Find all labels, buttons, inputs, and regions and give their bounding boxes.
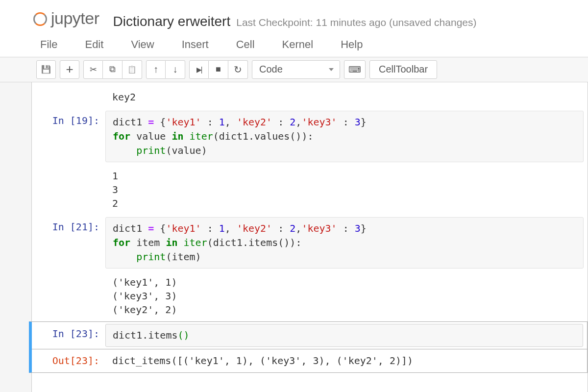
- header: jupyter Dictionary erweitert Last Checkp…: [0, 0, 588, 33]
- insert-cell-button[interactable]: [60, 60, 79, 79]
- notebook-checkpoint: Last Checkpoint: 11 minutes ago (unsaved…: [236, 17, 476, 28]
- prompt-empty: [32, 272, 105, 319]
- code-input-23[interactable]: dict1.items(): [105, 324, 583, 347]
- cell-19-output: 1 3 2: [32, 164, 588, 215]
- save-button[interactable]: [36, 60, 56, 79]
- output-23: dict_items([('key1', 1), ('key3', 3), ('…: [105, 351, 583, 370]
- stop-icon: [216, 64, 221, 74]
- in-prompt-23: In [23]:: [32, 324, 105, 347]
- celltype-select[interactable]: Code: [252, 60, 340, 79]
- arrow-down-icon: [173, 64, 178, 75]
- menu-edit[interactable]: Edit: [81, 33, 107, 57]
- out-prompt-23: Out[23]:: [32, 351, 105, 370]
- cell-23[interactable]: In [23]: dict1.items(): [29, 321, 588, 349]
- jupyter-logo[interactable]: jupyter: [33, 9, 99, 28]
- cell-21-output: ('key1', 1) ('key3', 3) ('key2', 2): [32, 270, 588, 321]
- toolbar: Code CellToolbar: [0, 57, 588, 82]
- cell-prev-output: key2: [32, 85, 588, 109]
- prompt-empty: [32, 87, 105, 107]
- jupyter-logo-icon: [33, 12, 47, 26]
- chevron-down-icon: [329, 68, 334, 71]
- interrupt-button[interactable]: [209, 60, 228, 79]
- run-icon: [196, 64, 202, 74]
- prompt-empty: [32, 166, 105, 213]
- restart-icon: [234, 64, 242, 75]
- cell-21[interactable]: In [21]: dict1 = {'key1' : 1, 'key2' : 2…: [32, 215, 588, 270]
- output-21: ('key1', 1) ('key3', 3) ('key2', 2): [105, 272, 584, 319]
- code-input-19[interactable]: dict1 = {'key1' : 1, 'key2' : 2,'key3' :…: [105, 111, 584, 162]
- celltoolbar-button[interactable]: CellToolbar: [369, 60, 437, 79]
- move-up-button[interactable]: [146, 60, 166, 79]
- jupyter-logo-text: jupyter: [51, 9, 99, 28]
- cut-button[interactable]: [83, 60, 103, 79]
- command-palette-button[interactable]: [344, 60, 366, 79]
- arrow-up-icon: [153, 64, 158, 75]
- code-input-21[interactable]: dict1 = {'key1' : 1, 'key2' : 2,'key3' :…: [105, 217, 584, 269]
- restart-button[interactable]: [228, 60, 248, 79]
- menu-kernel[interactable]: Kernel: [278, 33, 318, 57]
- run-button[interactable]: [189, 60, 209, 79]
- celltype-select-value: Code: [259, 64, 283, 75]
- cell-23-output-row: Out[23]: dict_items([('key1', 1), ('key3…: [29, 349, 588, 373]
- plus-icon: [66, 62, 73, 77]
- save-icon: [41, 64, 51, 74]
- menu-view[interactable]: View: [127, 33, 158, 57]
- keyboard-icon: [348, 64, 361, 75]
- notebook-container[interactable]: key2 In [19]: dict1 = {'key1' : 1, 'key2…: [0, 82, 588, 392]
- paste-icon: [127, 64, 137, 74]
- menubar: File Edit View Insert Cell Kernel Help: [0, 33, 588, 57]
- menu-insert[interactable]: Insert: [178, 33, 213, 57]
- menu-file[interactable]: File: [36, 33, 61, 57]
- paste-button[interactable]: [122, 60, 142, 79]
- cell-19[interactable]: In [19]: dict1 = {'key1' : 1, 'key2' : 2…: [32, 109, 588, 164]
- in-prompt-19: In [19]:: [32, 111, 105, 162]
- output-19: 1 3 2: [105, 166, 584, 213]
- output-prev: key2: [105, 87, 584, 107]
- in-prompt-21: In [21]:: [32, 217, 105, 269]
- cut-icon: [90, 64, 97, 75]
- notebook-title-wrap: Dictionary erweitert Last Checkpoint: 11…: [113, 14, 477, 29]
- move-down-button[interactable]: [166, 60, 185, 79]
- copy-icon: [109, 64, 116, 74]
- menu-help[interactable]: Help: [337, 33, 367, 57]
- notebook-title[interactable]: Dictionary erweitert: [113, 14, 231, 29]
- copy-button[interactable]: [103, 60, 122, 79]
- notebook: key2 In [19]: dict1 = {'key1' : 1, 'key2…: [31, 82, 588, 392]
- menu-cell[interactable]: Cell: [232, 33, 259, 57]
